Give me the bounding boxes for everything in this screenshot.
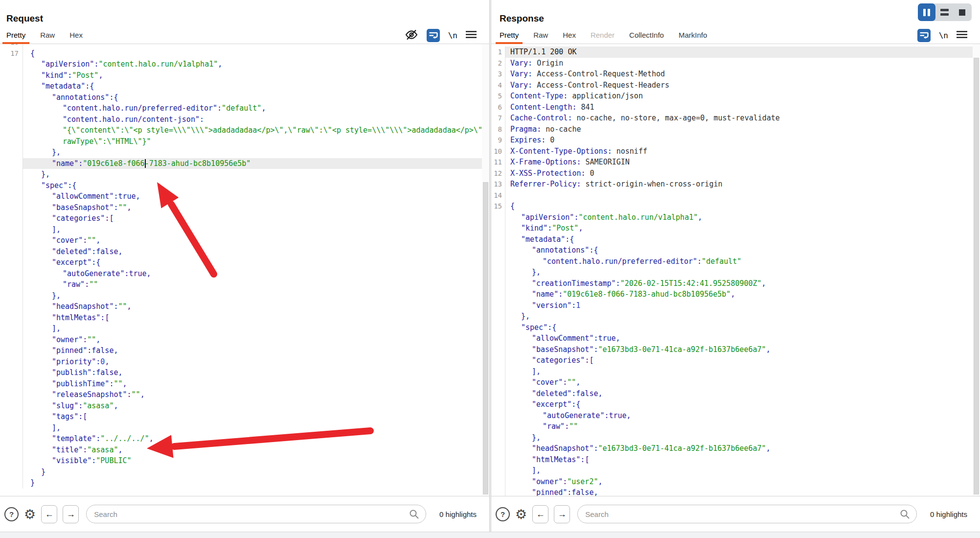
code-text[interactable]: "allowComment":true, (505, 333, 980, 344)
code-text[interactable]: "metadata":{ (505, 234, 980, 245)
code-text[interactable]: ], (23, 323, 489, 334)
code-text[interactable]: X-XSS-Protection: 0 (505, 168, 980, 179)
next-match-button[interactable]: → (63, 505, 79, 523)
code-text[interactable]: }, (23, 169, 489, 180)
code-text[interactable]: Referrer-Policy: strict-origin-when-cros… (505, 179, 980, 190)
split-rows-view-button[interactable] (935, 3, 953, 21)
code-text[interactable]: HTTP/1.1 200 OK (505, 47, 980, 58)
code-text[interactable]: } (23, 467, 489, 478)
gear-icon[interactable]: ⚙ (515, 508, 527, 521)
code-text[interactable]: "raw":"" (505, 421, 980, 432)
code-text[interactable]: "template":"../../../", (23, 433, 489, 444)
code-text[interactable]: "excerpt":{ (505, 399, 980, 410)
code-text[interactable]: }, (23, 290, 489, 302)
code-text[interactable]: Vary: Access-Control-Request-Headers (505, 80, 980, 91)
code-text[interactable]: "visible":"PUBLIC" (23, 455, 489, 467)
code-text[interactable]: X-Frame-Options: SAMEORIGIN (505, 157, 980, 168)
code-text[interactable]: Cache-Control: no-cache, no-store, max-a… (505, 113, 980, 124)
next-match-button[interactable]: → (554, 505, 570, 523)
code-text[interactable]: "htmlMetas":[ (505, 454, 980, 466)
code-text[interactable]: "metadata":{ (23, 81, 489, 92)
code-text[interactable]: "autoGenerate":true, (23, 268, 489, 280)
code-text[interactable]: ], (23, 422, 489, 434)
code-text[interactable]: "slug":"asasa", (23, 400, 489, 412)
code-text[interactable]: "priority":0, (23, 356, 489, 368)
code-text[interactable] (23, 44, 489, 48)
code-text[interactable]: ], (505, 465, 980, 476)
code-text[interactable]: "{\"content\":\"<p style=\\\"\\\">adadad… (23, 125, 489, 136)
code-text[interactable]: "annotations":{ (23, 92, 489, 103)
request-search-input[interactable] (87, 505, 426, 523)
request-editor[interactable]: 1617{"apiVersion":"content.halo.run/v1al… (0, 44, 489, 496)
code-text[interactable]: "owner":"user2", (505, 476, 980, 488)
code-text[interactable]: "baseSnapshot":"e1673bd3-0e71-41ca-a92f-… (505, 344, 980, 355)
code-text[interactable]: "apiVersion":"content.halo.run/v1alpha1"… (23, 59, 489, 70)
code-text[interactable]: "categories":[ (23, 213, 489, 224)
code-text[interactable]: "allowComment":true, (23, 191, 489, 202)
response-editor[interactable]: 1HTTP/1.1 200 OK2Vary: Origin3Vary: Acce… (491, 44, 980, 496)
code-text[interactable]: "annotations":{ (505, 245, 980, 256)
code-text[interactable]: } (23, 477, 489, 489)
code-text[interactable] (505, 190, 980, 201)
tab-raw[interactable]: Raw (533, 27, 548, 44)
code-text[interactable]: "name":"019c61e8-f066-7183-ahud-bc8b1095… (505, 289, 980, 300)
code-text[interactable]: "raw":"" (23, 279, 489, 290)
code-text[interactable]: "publishTime":"", (23, 378, 489, 390)
code-text[interactable]: "releaseSnapshot":"", (23, 389, 489, 400)
code-text[interactable]: "creationTimestamp":"2026-02-15T15:42:41… (505, 278, 980, 289)
tab-hex[interactable]: Hex (69, 27, 83, 44)
code-text[interactable]: "spec":{ (23, 180, 489, 191)
code-text[interactable]: "publish":false, (23, 367, 489, 378)
code-text[interactable]: "cover":"", (23, 235, 489, 246)
tab-hex[interactable]: Hex (563, 27, 576, 44)
menu-icon[interactable] (957, 30, 967, 41)
hide-eye-icon[interactable] (405, 29, 418, 43)
code-text[interactable]: "spec":{ (505, 322, 980, 333)
code-text[interactable]: "pinned":false, (505, 487, 980, 496)
word-wrap-toggle-icon[interactable] (427, 29, 440, 42)
code-text[interactable]: "title":"asasa", (23, 444, 489, 456)
code-text[interactable]: "deleted":false, (23, 246, 489, 257)
response-scrollbar[interactable] (973, 44, 980, 496)
request-scrollbar-thumb[interactable] (483, 182, 488, 494)
tab-pretty[interactable]: Pretty (500, 27, 519, 44)
tab-markinfo[interactable]: MarkInfo (679, 27, 707, 44)
newline-toggle-icon[interactable]: \n (939, 31, 948, 40)
code-text[interactable]: "name":"019c61e8-f066-7183-ahud-bc8b1095… (23, 158, 489, 169)
code-text[interactable]: "version":1 (505, 300, 980, 311)
help-icon[interactable]: ? (496, 507, 510, 521)
code-text[interactable]: }, (505, 311, 980, 322)
code-text[interactable]: Expires: 0 (505, 135, 980, 146)
response-search-input[interactable] (578, 505, 916, 523)
code-text[interactable]: rawType\":\"HTML\"}" (23, 136, 489, 147)
code-text[interactable]: "content.halo.run/content-json": (23, 114, 489, 125)
code-text[interactable]: Content-Type: application/json (505, 91, 980, 102)
code-text[interactable]: "categories":[ (505, 355, 980, 366)
tab-collectinfo[interactable]: CollectInfo (629, 27, 664, 44)
previous-match-button[interactable]: ← (532, 505, 548, 523)
code-text[interactable]: }, (505, 432, 980, 444)
tab-pretty[interactable]: Pretty (6, 27, 25, 44)
code-text[interactable]: "headSnapshot":"e1673bd3-0e71-41ca-a92f-… (505, 443, 980, 454)
code-text[interactable]: "content.halo.run/preferred-editor":"def… (23, 103, 489, 114)
help-icon[interactable]: ? (4, 507, 19, 521)
previous-match-button[interactable]: ← (41, 505, 57, 523)
code-text[interactable]: "deleted":false, (505, 388, 980, 399)
code-text[interactable]: Vary: Access-Control-Request-Method (505, 69, 980, 80)
code-text[interactable]: ], (505, 366, 980, 377)
code-text[interactable]: "cover":"", (505, 377, 980, 388)
code-text[interactable]: "excerpt":{ (23, 257, 489, 268)
code-text[interactable]: Content-Length: 841 (505, 102, 980, 113)
code-text[interactable]: { (505, 201, 980, 212)
code-text[interactable]: { (23, 48, 489, 59)
code-text[interactable]: Vary: Origin (505, 58, 980, 69)
code-text[interactable]: "htmlMetas":[ (23, 312, 489, 324)
code-text[interactable]: }, (23, 147, 489, 158)
code-text[interactable]: "tags":[ (23, 411, 489, 422)
code-text[interactable]: "content.halo.run/preferred-editor":"def… (505, 256, 980, 267)
code-text[interactable]: "baseSnapshot":"", (23, 202, 489, 213)
tab-raw[interactable]: Raw (40, 27, 55, 44)
code-text[interactable]: "kind":"Post", (23, 70, 489, 81)
code-text[interactable]: "pinned":false, (23, 345, 489, 356)
request-scrollbar[interactable] (482, 44, 489, 496)
